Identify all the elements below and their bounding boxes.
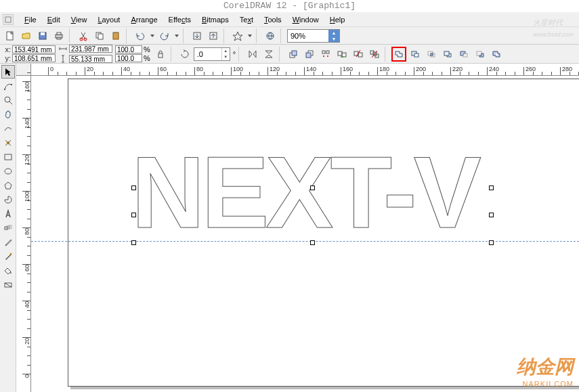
handle-tl[interactable] <box>131 186 136 190</box>
group-button[interactable] <box>335 47 349 62</box>
eyedropper-tool[interactable] <box>1 236 15 249</box>
menu-arrange[interactable]: Arrange <box>125 14 163 25</box>
cut-button[interactable] <box>76 28 91 43</box>
to-front-button[interactable] <box>286 47 301 62</box>
menu-help[interactable]: Help <box>324 14 351 25</box>
ruler-horizontal[interactable]: 020406080100120140160180200220240260280 <box>31 64 579 76</box>
height-input[interactable] <box>69 55 112 63</box>
text-tool[interactable] <box>1 207 15 221</box>
drawing-page[interactable]: NEXT-V <box>31 76 579 392</box>
mirror-v-button[interactable] <box>261 47 276 62</box>
fill-tool[interactable] <box>1 264 15 278</box>
app-launcher-button[interactable] <box>230 28 245 43</box>
export-button[interactable] <box>206 28 221 43</box>
lock-ratio-button[interactable] <box>153 47 168 62</box>
paste-button[interactable] <box>108 28 123 43</box>
window-icon[interactable] <box>3 14 14 25</box>
handle-mr[interactable] <box>489 213 494 217</box>
rotation-input[interactable] <box>194 48 221 60</box>
menu-window[interactable]: Window <box>287 14 324 25</box>
intersect-button[interactable] <box>424 47 439 62</box>
handle-br[interactable] <box>489 240 494 245</box>
separator <box>279 47 283 62</box>
ruler-vertical[interactable]: 020406080100120140160 <box>16 76 31 392</box>
menu-file[interactable]: File <box>19 14 42 25</box>
handle-bm[interactable] <box>310 240 315 245</box>
corel-online-button[interactable] <box>263 28 278 43</box>
zoom-combo[interactable]: ▲▼ <box>287 29 340 43</box>
svg-rect-42 <box>11 84 12 85</box>
to-back-button[interactable] <box>302 47 317 62</box>
zoom-tool[interactable] <box>1 93 15 107</box>
handle-tm[interactable] <box>310 186 315 190</box>
canvas-area[interactable]: 020406080100120140160180200220240260280 … <box>16 64 579 392</box>
copy-button[interactable] <box>92 28 107 43</box>
scale-x-input[interactable] <box>115 45 142 53</box>
ellipse-tool[interactable] <box>1 165 15 178</box>
open-button[interactable] <box>19 28 34 43</box>
ungroup-all-button[interactable] <box>367 47 382 62</box>
print-button[interactable] <box>51 28 66 43</box>
svg-rect-21 <box>322 51 325 53</box>
rotation-spinner[interactable]: ▲▼ <box>221 48 230 60</box>
undo-dropdown[interactable] <box>149 28 156 43</box>
polygon-tool[interactable] <box>1 179 15 192</box>
scale-group: % % <box>115 45 150 62</box>
mirror-h-button[interactable] <box>245 47 260 62</box>
combine-button[interactable] <box>489 47 504 62</box>
watermark-top: 火星时代 www.hxsd.com <box>533 16 574 39</box>
x-input[interactable] <box>12 45 56 53</box>
simplify-button[interactable] <box>440 47 455 62</box>
ruler-origin[interactable] <box>16 64 31 76</box>
ungroup-button[interactable] <box>351 47 366 62</box>
pick-tool[interactable] <box>1 65 15 79</box>
handle-ml[interactable] <box>131 213 136 217</box>
save-button[interactable] <box>35 28 50 43</box>
menu-text[interactable]: Text <box>234 14 259 25</box>
svg-rect-22 <box>326 51 329 53</box>
interactive-fill-tool[interactable] <box>1 278 15 292</box>
rectangle-tool[interactable] <box>1 150 15 164</box>
zoom-input[interactable] <box>288 30 328 42</box>
shape-tool[interactable] <box>1 79 15 93</box>
rotation-input-group[interactable]: ▲▼ <box>194 47 230 61</box>
front-minus-back-button[interactable] <box>456 47 471 62</box>
width-icon <box>58 44 68 53</box>
menu-bitmaps[interactable]: Bitmaps <box>196 14 234 25</box>
import-button[interactable] <box>190 28 205 43</box>
app-launcher-dropdown[interactable] <box>246 28 253 43</box>
zoom-spinner[interactable]: ▲▼ <box>328 30 339 42</box>
weld-button[interactable] <box>391 47 406 62</box>
redo-button[interactable] <box>157 28 172 43</box>
svg-point-23 <box>323 56 324 57</box>
menu-effects[interactable]: Effects <box>163 14 196 25</box>
menu-edit[interactable]: Edit <box>42 14 66 25</box>
handle-bl[interactable] <box>131 240 136 245</box>
svg-rect-6 <box>57 38 61 39</box>
smart-draw-tool[interactable] <box>1 136 15 150</box>
new-button[interactable] <box>3 28 18 43</box>
menu-tools[interactable]: Tools <box>259 14 287 25</box>
handle-tr[interactable] <box>489 186 494 190</box>
svg-rect-45 <box>5 154 12 160</box>
y-input[interactable] <box>12 54 56 62</box>
interactive-blend-tool[interactable] <box>1 221 15 235</box>
width-input[interactable] <box>69 45 112 53</box>
menu-view[interactable]: View <box>66 14 93 25</box>
hand-tool[interactable] <box>1 108 15 121</box>
redo-dropdown[interactable] <box>173 28 180 43</box>
standard-toolbar: ▲▼ <box>0 27 579 45</box>
svg-rect-20 <box>306 53 311 58</box>
separator <box>126 28 130 43</box>
align-button[interactable] <box>318 47 333 62</box>
freehand-tool[interactable] <box>1 122 15 135</box>
back-minus-front-button[interactable] <box>473 47 488 62</box>
basic-shapes-tool[interactable] <box>1 193 15 206</box>
outline-tool[interactable] <box>1 250 15 263</box>
position-group: x: y: <box>3 45 56 62</box>
svg-rect-25 <box>338 51 342 56</box>
trim-button[interactable] <box>408 47 423 62</box>
menu-layout[interactable]: Layout <box>92 14 125 25</box>
undo-button[interactable] <box>133 28 148 43</box>
scale-y-input[interactable] <box>115 54 142 62</box>
